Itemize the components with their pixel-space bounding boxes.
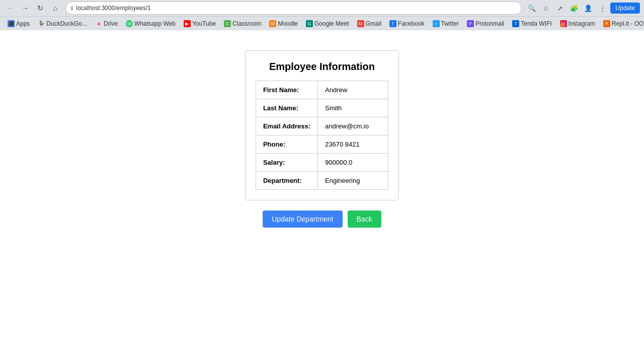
bookmark-drive-label: Drive [104, 20, 118, 27]
bookmark-gmeet[interactable]: G Google Meet [302, 19, 353, 29]
update-chrome-button[interactable]: Update [610, 3, 640, 14]
bookmark-apps-label: Apps [16, 20, 30, 27]
facebook-favicon: f [389, 20, 396, 27]
bookmark-gmail[interactable]: M Gmail [354, 19, 385, 29]
bookmark-twitter[interactable]: t Twitter [429, 19, 462, 29]
twitter-favicon: t [433, 20, 440, 27]
reload-button[interactable]: ↻ [34, 2, 46, 14]
bookmark-protonmail-label: Protonmail [475, 20, 504, 27]
table-row: Department: Engineering [256, 172, 388, 190]
page-content: Employee Information First Name: Andrew … [0, 30, 644, 350]
gmeet-favicon: G [306, 20, 313, 27]
bookmark-duckduckgo-label: DuckDuckGo... [46, 20, 87, 27]
drive-favicon: 🔺 [95, 20, 102, 27]
field-label: Phone: [256, 135, 317, 154]
table-row: Phone: 23670 8421 [256, 135, 388, 154]
table-row: Salary: 900000.0 [256, 154, 388, 172]
bookmark-drive[interactable]: 🔺 Drive [92, 19, 121, 29]
bookmark-facebook-label: Facebook [398, 20, 425, 27]
classroom-favicon: C [224, 20, 231, 27]
bookmark-youtube-label: YouTube [192, 20, 216, 27]
button-row: Update Department Back [263, 211, 381, 228]
bookmark-youtube[interactable]: ▶ YouTube [180, 19, 219, 29]
table-row: Last Name: Smith [256, 99, 388, 117]
card-title: Employee Information [256, 61, 388, 73]
share-icon[interactable]: ➚ [554, 2, 566, 14]
bookmark-replit-label: Repl.it - OOPJ... [612, 20, 644, 27]
back-nav-button[interactable]: ← [4, 2, 16, 14]
home-button[interactable]: ⌂ [49, 2, 61, 14]
gmail-favicon: M [357, 20, 364, 27]
protonmail-favicon: P [467, 20, 474, 27]
back-button[interactable]: Back [348, 211, 381, 228]
field-value: Engineering [318, 172, 388, 190]
bookmark-moodle-label: Moodle [278, 20, 297, 27]
replit-favicon: R [603, 20, 610, 27]
table-row: Email Address: andrew@cm.io [256, 117, 388, 135]
duckduckgo-favicon: 🦆 [38, 20, 45, 27]
bookmark-replit[interactable]: R Repl.it - OOPJ... [600, 19, 644, 29]
bookmark-star-icon[interactable]: ☆ [540, 2, 552, 14]
bookmarks-bar: ⬛ Apps 🦆 DuckDuckGo... 🔺 Drive W Whatsap… [0, 16, 644, 30]
bookmark-gmeet-label: Google Meet [314, 20, 349, 27]
bookmark-whatsapp-label: Whatsapp Web [134, 20, 176, 27]
url-text: localhost:3000/employees/1 [76, 5, 151, 12]
bookmark-gmail-label: Gmail [366, 20, 381, 27]
field-label: Last Name: [256, 99, 317, 117]
field-label: Department: [256, 172, 317, 190]
bookmark-tenda[interactable]: T Tenda WIFI [509, 19, 555, 29]
whatsapp-favicon: W [126, 20, 133, 27]
field-value: Smith [318, 99, 388, 117]
field-value: andrew@cm.io [318, 117, 388, 135]
lock-icon: ℹ [71, 5, 73, 12]
bookmark-instagram[interactable]: ◎ Instagram [556, 19, 599, 29]
field-label: Email Address: [256, 117, 317, 135]
apps-favicon: ⬛ [8, 20, 15, 27]
bookmark-classroom-label: Classroom [232, 20, 261, 27]
field-label: First Name: [256, 81, 317, 99]
extension-icon[interactable]: 🧩 [568, 2, 580, 14]
bookmark-twitter-label: Twitter [441, 20, 459, 27]
field-value: 23670 8421 [318, 135, 388, 154]
employee-info-table: First Name: Andrew Last Name: Smith Emai… [256, 81, 388, 190]
instagram-favicon: ◎ [560, 20, 567, 27]
field-value: Andrew [318, 81, 388, 99]
bookmark-moodle[interactable]: M Moodle [266, 19, 301, 29]
bookmark-instagram-label: Instagram [569, 20, 595, 27]
bookmark-facebook[interactable]: f Facebook [386, 19, 428, 29]
bookmark-tenda-label: Tenda WIFI [521, 20, 551, 27]
bookmark-whatsapp[interactable]: W Whatsapp Web [122, 19, 179, 29]
field-label: Salary: [256, 154, 317, 172]
bookmark-classroom[interactable]: C Classroom [220, 19, 265, 29]
update-department-button[interactable]: Update Department [263, 211, 342, 228]
forward-nav-button[interactable]: → [19, 2, 31, 14]
bookmark-protonmail[interactable]: P Protonmail [463, 19, 508, 29]
moodle-favicon: M [269, 20, 276, 27]
table-row: First Name: Andrew [256, 81, 388, 99]
address-bar[interactable]: ℹ localhost:3000/employees/1 [65, 2, 522, 15]
field-value: 900000.0 [318, 154, 388, 172]
bookmark-duckduckgo[interactable]: 🦆 DuckDuckGo... [34, 19, 91, 29]
menu-icon[interactable]: ⋮ [596, 2, 608, 14]
profile-icon[interactable]: 👤 [582, 2, 594, 14]
tenda-favicon: T [512, 20, 519, 27]
search-icon[interactable]: 🔍 [526, 2, 538, 14]
bookmark-apps[interactable]: ⬛ Apps [4, 19, 33, 29]
employee-card: Employee Information First Name: Andrew … [245, 50, 399, 200]
youtube-favicon: ▶ [184, 20, 191, 27]
